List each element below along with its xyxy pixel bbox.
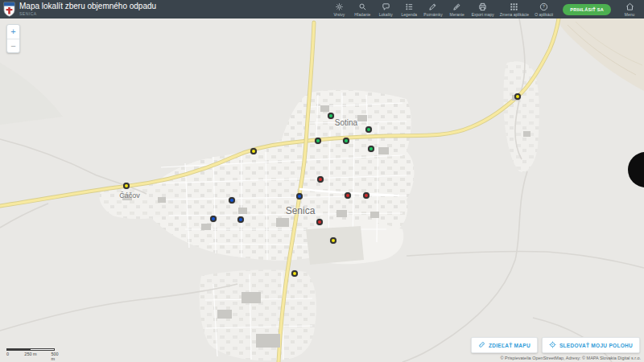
- toolbar-label: Menu: [625, 12, 635, 17]
- map-marker-blue[interactable]: [229, 197, 235, 204]
- map-marker-yellow[interactable]: [291, 270, 298, 277]
- toolbar-item-legenda[interactable]: Legenda: [398, 2, 419, 17]
- toolbar-item-hladanie[interactable]: Hľadanie: [352, 2, 373, 17]
- title-block: Mapa lokalít zberu objemného odpadu SENI…: [19, 2, 156, 16]
- locate-me-label: SLEDOVAŤ MOJU POLOHU: [559, 343, 633, 348]
- map-canvas[interactable]: SotinaSenicaČáčov + − 0 250 m 500 m ZD: [0, 19, 644, 362]
- toolbar-item-o-aplikacii[interactable]: ? O aplikácii: [533, 2, 555, 17]
- map-attribution: © Prispievatelia OpenStreetMap, Adresy: …: [500, 356, 641, 360]
- toolbar-label: Meranie: [450, 12, 464, 17]
- scale-bar: 0 250 m 500 m: [6, 348, 56, 357]
- zoom-out-button[interactable]: −: [7, 39, 19, 52]
- app-window: Mapa lokalít zberu objemného odpadu SENI…: [0, 0, 644, 362]
- locate-me-button[interactable]: SLEDOVAŤ MOJU POLOHU: [542, 337, 640, 353]
- toolbar-label: O aplikácii: [535, 12, 553, 17]
- map-marker-green[interactable]: [343, 138, 349, 144]
- map-marker-yellow[interactable]: [330, 237, 336, 244]
- share-map-label: ZDIEĽAŤ MAPU: [489, 343, 530, 348]
- svg-text:?: ?: [543, 4, 545, 9]
- map-marker-blue[interactable]: [237, 216, 244, 223]
- scale-label-mid: 250 m: [24, 352, 36, 356]
- toolbar-item-menu[interactable]: Menu: [619, 2, 640, 17]
- map-marker-red[interactable]: [316, 219, 323, 225]
- legend-list-icon: [405, 2, 414, 11]
- printer-icon: [478, 2, 487, 11]
- toolbar-label: Export mapy: [472, 12, 494, 17]
- basemap-artwork: [0, 19, 644, 362]
- map-marker-green[interactable]: [365, 126, 372, 133]
- map-marker-red[interactable]: [317, 176, 324, 183]
- zoom-in-button[interactable]: +: [7, 25, 19, 39]
- app-header: Mapa lokalít zberu objemného odpadu SENI…: [0, 0, 644, 19]
- search-icon: [358, 2, 367, 11]
- apps-grid-icon: [510, 2, 518, 11]
- crosshair-icon: [549, 341, 556, 349]
- map-marker-yellow[interactable]: [250, 148, 257, 154]
- map-marker-yellow[interactable]: [123, 183, 130, 189]
- toolbar-item-zmena-aplikacie[interactable]: Zmena aplikácie: [498, 2, 530, 17]
- scale-label-end: 500 m: [51, 352, 58, 361]
- gear-icon: [335, 2, 344, 11]
- toolbar-label: Legenda: [402, 12, 417, 17]
- question-mark-icon: ?: [539, 2, 548, 11]
- toolbar-label: Zmena aplikácie: [500, 12, 529, 17]
- toolbar-label: Lokality: [379, 12, 393, 17]
- app-subtitle: SENICA: [19, 12, 156, 16]
- map-marker-blue[interactable]: [210, 216, 217, 222]
- share-map-button[interactable]: ZDIEĽAŤ MAPU: [471, 337, 538, 353]
- brand: Mapa lokalít zberu objemného odpadu SENI…: [3, 2, 156, 17]
- toolbar-label: Hľadanie: [354, 12, 370, 17]
- header-toolbar: Vrstvy Hľadanie Lokality Legenda Poznámk…: [328, 2, 640, 17]
- senica-coat-of-arms-logo[interactable]: [3, 2, 15, 17]
- link-icon: [478, 341, 485, 349]
- map-marker-red[interactable]: [363, 192, 369, 199]
- login-button[interactable]: PRIHLÁSIŤ SA: [563, 4, 611, 15]
- toolbar-item-vrstvy[interactable]: Vrstvy: [328, 2, 349, 17]
- app-title: Mapa lokalít zberu objemného odpadu: [19, 2, 156, 10]
- toolbar-item-meranie[interactable]: Meranie: [447, 2, 468, 17]
- toolbar-item-export-mapy[interactable]: Export mapy: [470, 2, 496, 17]
- toolbar-label: Vrstvy: [333, 12, 345, 17]
- map-marker-green[interactable]: [328, 113, 334, 119]
- scale-bar-segments: [6, 348, 55, 351]
- map-action-buttons: ZDIEĽAŤ MAPU SLEDOVAŤ MOJU POLOHU: [471, 337, 640, 353]
- map-marker-green[interactable]: [368, 146, 374, 152]
- home-icon: [625, 2, 634, 11]
- speech-bubble-icon: [382, 2, 390, 11]
- measure-pencil-icon: [452, 2, 461, 11]
- toolbar-item-poznamky[interactable]: Poznámky: [422, 2, 444, 17]
- scale-label-zero: 0: [6, 352, 9, 356]
- map-marker-yellow[interactable]: [514, 93, 521, 100]
- toolbar-label: Poznámky: [423, 12, 442, 17]
- map-marker-green[interactable]: [315, 138, 321, 144]
- pencil-icon: [428, 2, 437, 11]
- toolbar-item-lokality[interactable]: Lokality: [375, 2, 396, 17]
- map-marker-red[interactable]: [345, 192, 351, 199]
- zoom-control: + −: [6, 24, 20, 53]
- map-marker-blue[interactable]: [296, 193, 303, 200]
